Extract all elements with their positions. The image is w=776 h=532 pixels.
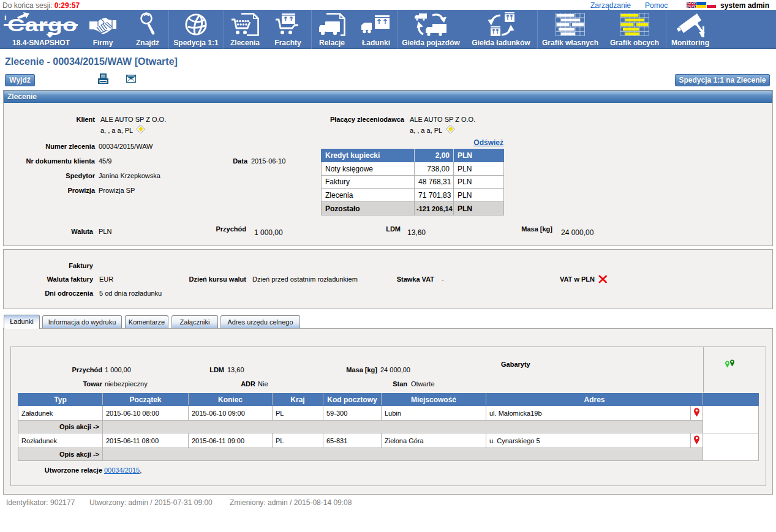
svg-text:i: i	[4, 13, 7, 22]
